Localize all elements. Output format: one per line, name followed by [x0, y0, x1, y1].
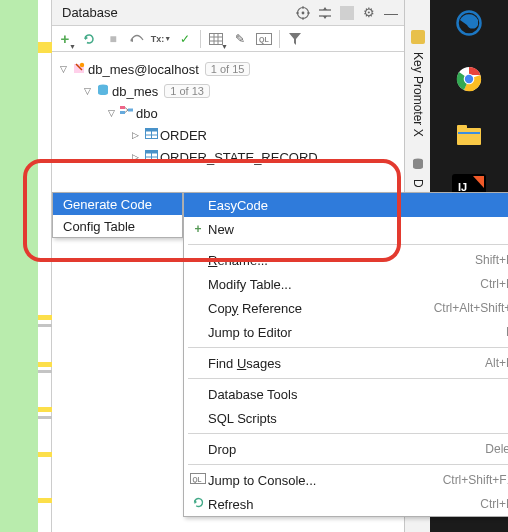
- target-icon[interactable]: [296, 6, 310, 20]
- menu-jump-editor[interactable]: Jump to EditorF4: [184, 320, 508, 344]
- add-icon[interactable]: +▼: [56, 30, 74, 48]
- database-toolbar: +▼ ■ Tx:▼ ✓ ▼ ✎ QL: [52, 26, 404, 52]
- stop-icon[interactable]: ■: [104, 30, 122, 48]
- context-submenu: Generate Code Config Table: [52, 192, 183, 238]
- gear-icon[interactable]: ⚙: [362, 6, 376, 20]
- key-promoter-label[interactable]: Key Promoter X: [411, 52, 425, 137]
- svg-line-27: [125, 110, 128, 113]
- tree-schema-row[interactable]: ▽ dbo: [52, 102, 404, 124]
- plus-icon: +: [188, 222, 208, 236]
- menu-modify-table[interactable]: Modify Table...Ctrl+F6: [184, 272, 508, 296]
- datasource-icon: [70, 61, 88, 78]
- svg-marker-19: [289, 33, 301, 45]
- svg-marker-8: [323, 7, 327, 10]
- chrome-app-icon[interactable]: [452, 62, 486, 96]
- menu-refresh[interactable]: RefreshCtrl+F5: [184, 492, 508, 516]
- expand-icon[interactable]: ▷: [128, 152, 142, 162]
- svg-rect-44: [457, 128, 481, 145]
- svg-point-43: [465, 75, 473, 83]
- key-promoter-icon[interactable]: [411, 30, 425, 44]
- table-icon[interactable]: ▼: [207, 30, 225, 48]
- svg-marker-9: [323, 16, 327, 19]
- edit-icon[interactable]: ✎: [231, 30, 249, 48]
- tree-table-row[interactable]: ▷ ORDER: [52, 124, 404, 146]
- refresh-icon[interactable]: [80, 30, 98, 48]
- split-icon[interactable]: [318, 6, 332, 20]
- menu-find-usages[interactable]: Find UsagesAlt+F7: [184, 351, 508, 375]
- database-tool-icon[interactable]: [411, 157, 425, 171]
- database-icon: [94, 83, 112, 100]
- expand-icon[interactable]: ▽: [104, 108, 118, 118]
- menu-rename[interactable]: Rename...Shift+F6: [184, 248, 508, 272]
- menu-drop[interactable]: DropDelete: [184, 437, 508, 461]
- menu-database-tools[interactable]: Database Tools▸: [184, 382, 508, 406]
- refresh-icon: [188, 496, 208, 512]
- schema-icon: [118, 106, 136, 121]
- minimize-icon[interactable]: —: [384, 6, 398, 20]
- console-icon: QL: [188, 473, 208, 487]
- menu-easycode[interactable]: EasyCode▶: [184, 193, 508, 217]
- tree-label: dbo: [136, 106, 158, 121]
- tree-label: ORDER: [160, 128, 207, 143]
- svg-point-1: [302, 11, 305, 14]
- svg-rect-45: [457, 125, 467, 130]
- svg-text:QL: QL: [259, 36, 269, 44]
- svg-text:QL: QL: [193, 476, 202, 484]
- table-icon: [142, 150, 160, 164]
- svg-line-26: [125, 107, 128, 110]
- svg-rect-24: [120, 111, 125, 114]
- expand-icon[interactable]: ▽: [56, 64, 70, 74]
- database-tool-label[interactable]: D: [411, 179, 425, 188]
- menu-sql-scripts[interactable]: SQL Scripts▸: [184, 406, 508, 430]
- svg-rect-46: [458, 132, 480, 134]
- tree-label: ORDER_STATE_RECORD: [160, 150, 318, 165]
- count-badge: 1 of 13: [164, 84, 210, 98]
- explorer-app-icon[interactable]: [452, 118, 486, 152]
- svg-rect-25: [128, 108, 133, 111]
- filter-icon[interactable]: [286, 30, 304, 48]
- table-icon: [142, 128, 160, 142]
- menu-config-table[interactable]: Config Table: [53, 215, 182, 237]
- database-tree: ▽ db_mes@localhost 1 of 15 ▽ db_mes 1 of…: [52, 52, 404, 168]
- menu-new[interactable]: +New▸: [184, 217, 508, 241]
- context-menu: EasyCode▶ +New▸ Rename...Shift+F6 Modify…: [183, 192, 508, 517]
- expand-icon[interactable]: ▷: [128, 130, 142, 140]
- tree-label: db_mes@localhost: [88, 62, 199, 77]
- svg-point-21: [80, 62, 84, 66]
- tree-table-row[interactable]: ▷ ORDER_STATE_RECORD: [52, 146, 404, 168]
- tree-label: db_mes: [112, 84, 158, 99]
- rollback-icon[interactable]: [128, 30, 146, 48]
- tree-database-row[interactable]: ▽ db_mes 1 of 13: [52, 80, 404, 102]
- edge-app-icon[interactable]: [452, 6, 486, 40]
- console-icon[interactable]: QL: [255, 30, 273, 48]
- panel-title: Database: [58, 5, 296, 20]
- menu-copy-reference[interactable]: Copy ReferenceCtrl+Alt+Shift+C: [184, 296, 508, 320]
- menu-generate-code[interactable]: Generate Code: [53, 193, 182, 215]
- menu-jump-console[interactable]: QLJump to Console...Ctrl+Shift+F10: [184, 468, 508, 492]
- count-badge: 1 of 15: [205, 62, 251, 76]
- svg-rect-23: [120, 106, 125, 109]
- tree-datasource-row[interactable]: ▽ db_mes@localhost 1 of 15: [52, 58, 404, 80]
- commit-icon[interactable]: ✓: [176, 30, 194, 48]
- expand-icon[interactable]: ▽: [80, 86, 94, 96]
- tx-icon[interactable]: Tx:▼: [152, 30, 170, 48]
- panel-header: Database ⚙ —: [52, 0, 404, 26]
